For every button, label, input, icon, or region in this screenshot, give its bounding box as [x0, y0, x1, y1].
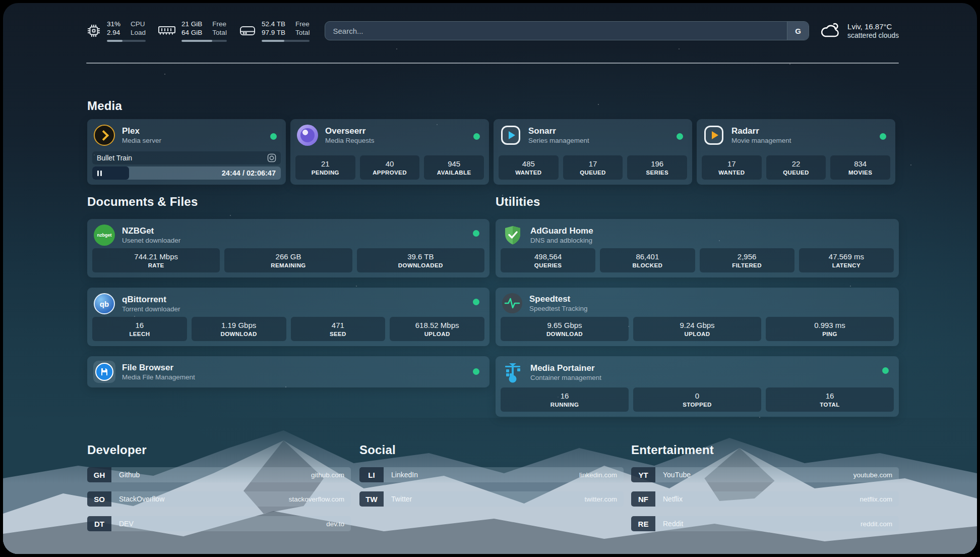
stat-queued: 17QUEUED: [563, 155, 623, 180]
service-name: File Browser: [122, 362, 195, 373]
stat-latency: 47.569 msLATENCY: [799, 248, 894, 272]
now-playing-title: Bullet Train: [97, 154, 132, 162]
bookmark-name: LinkedIn: [384, 467, 579, 482]
service-name: Plex: [122, 126, 161, 136]
section-title-media: Media: [87, 99, 122, 113]
status-dot: [882, 367, 889, 374]
stat-downloaded: 39.6 TBDOWNLOADED: [357, 248, 484, 272]
bookmark-url: github.com: [311, 467, 351, 482]
bookmark-twitter[interactable]: TW Twitter twitter.com: [359, 491, 624, 507]
bookmark-url: stackoverflow.com: [289, 491, 351, 507]
stat-approved: 40APPROVED: [360, 155, 420, 180]
section-title-documents: Documents & Files: [87, 195, 198, 209]
speedtest-card[interactable]: Speedtest Speedtest Tracking 9.65 GbpsDO…: [496, 288, 899, 346]
cpu-load-value: 2.94: [107, 29, 120, 37]
bookmark-name: Github: [111, 467, 311, 482]
service-description: Movie management: [731, 136, 791, 145]
search-input[interactable]: [325, 22, 787, 40]
nzbget-card[interactable]: nzbget NZBGet Usenet downloader 744.21 M…: [87, 219, 489, 277]
weather-location-temp: Lviv, 16.87°C: [847, 22, 899, 31]
snow-speckles: [3, 3, 4, 4]
radarr-card[interactable]: Radarr Movie management 17WANTED 22QUEUE…: [697, 119, 895, 185]
bookmark-youtube[interactable]: YT YouTube youtube.com: [631, 467, 899, 482]
stat-leech: 16LEECH: [92, 317, 187, 341]
bookmark-github[interactable]: GH Github github.com: [87, 467, 351, 482]
bookmark-abbr: LI: [359, 467, 384, 482]
disk-progressbar: [262, 40, 310, 42]
plex-card[interactable]: Plex Media server Bullet Train 24:44 / 0…: [87, 119, 286, 185]
adguard-card[interactable]: AdGuard Home DNS and adblocking 498,564Q…: [496, 219, 899, 277]
stat-wanted: 17WANTED: [702, 155, 762, 180]
bookmark-url: youtube.com: [853, 467, 899, 482]
section-title-developer: Developer: [87, 443, 147, 457]
bookmark-url: twitter.com: [584, 491, 624, 507]
stat-wanted: 485WANTED: [499, 155, 559, 180]
sonarr-icon: [501, 126, 520, 145]
adguard-icon: [502, 224, 524, 246]
status-dot: [473, 133, 480, 140]
status-dot: [473, 230, 479, 237]
disk-total-label: Total: [295, 29, 310, 37]
bookmark-stackoverflow[interactable]: SO StackOverflow stackoverflow.com: [87, 491, 351, 507]
playback-time: 24:44 / 02:06:47: [222, 166, 276, 180]
status-dot: [473, 299, 479, 305]
bookmark-name: YouTube: [655, 467, 853, 482]
stat-stopped: 0STOPPED: [633, 387, 761, 412]
qbittorrent-icon: qb: [94, 293, 115, 314]
bookmark-name: Twitter: [384, 491, 584, 507]
section-title-utilities: Utilities: [496, 195, 540, 209]
now-playing-row: Bullet Train: [92, 151, 281, 164]
status-dot: [270, 133, 277, 140]
stat-upload: 618.52 MbpsUPLOAD: [390, 317, 484, 341]
cpu-usage-value: 31%: [107, 20, 120, 28]
search-provider-button[interactable]: G: [787, 22, 809, 40]
bookmark-abbr: YT: [631, 467, 655, 482]
overseerr-card[interactable]: Overseerr Media Requests 21PENDING 40APP…: [290, 119, 489, 185]
overseerr-icon: [297, 125, 318, 146]
playback-progressbar: 24:44 / 02:06:47: [92, 166, 281, 180]
status-dot: [677, 133, 683, 140]
stat-movies: 834MOVIES: [830, 155, 890, 180]
bookmark-linkedin[interactable]: LI LinkedIn linkedin.com: [359, 467, 624, 482]
sonarr-card[interactable]: Sonarr Series management 485WANTED 17QUE…: [494, 119, 692, 185]
qbittorrent-card[interactable]: qb qBittorrent Torrent downloader 16LEEC…: [87, 288, 489, 346]
service-name: Media Portainer: [530, 363, 601, 373]
cpu-label: CPU: [131, 20, 146, 28]
playback-progress-fill: [92, 166, 129, 180]
bookmark-name: DEV: [111, 516, 326, 531]
cpu-icon: [86, 23, 101, 38]
pause-button[interactable]: [97, 171, 102, 176]
stat-available: 945AVAILABLE: [424, 155, 484, 180]
service-name: NZBGet: [122, 226, 180, 236]
stat-remaining: 266 GBREMAINING: [224, 248, 352, 272]
portainer-card[interactable]: Media Portainer Container management 16R…: [496, 356, 899, 417]
memory-total-value: 64 GiB: [181, 29, 202, 37]
bookmark-dev[interactable]: DT DEV dev.to: [87, 516, 351, 531]
service-description: Speedtest Tracking: [529, 304, 588, 313]
service-description: Series management: [528, 136, 589, 145]
weather-widget: Lviv, 16.87°C scattered clouds: [819, 22, 899, 40]
stat-rate: 744.21 MbpsRATE: [92, 248, 220, 272]
speedtest-icon: [502, 293, 523, 314]
bookmark-netflix[interactable]: NF Netflix netflix.com: [631, 491, 899, 507]
disc-icon[interactable]: [267, 153, 276, 162]
bookmark-name: StackOverflow: [111, 491, 289, 507]
header-bar: 31% 2.94 CPU Load 21 GiB 64 GiB: [86, 18, 899, 43]
filebrowser-card[interactable]: File Browser Media File Management: [87, 356, 489, 387]
cpu-progressbar: [107, 40, 146, 42]
bookmark-reddit[interactable]: RE Reddit reddit.com: [631, 516, 899, 531]
disk-widget: 52.4 TB 97.9 TB Free Total: [239, 20, 310, 42]
plex-icon: [94, 125, 115, 146]
status-dot: [473, 368, 479, 375]
disk-free-value: 52.4 TB: [262, 20, 285, 28]
bookmark-abbr: TW: [359, 491, 384, 507]
bookmark-abbr: GH: [87, 467, 111, 482]
stat-download: 1.19 GbpsDOWNLOAD: [192, 317, 286, 341]
stat-queued: 22QUEUED: [766, 155, 826, 180]
service-description: Media server: [122, 136, 161, 145]
stat-download: 9.65 GbpsDOWNLOAD: [501, 317, 629, 341]
service-description: DNS and adblocking: [530, 236, 593, 245]
portainer-icon: [502, 361, 524, 383]
service-description: Media File Management: [122, 373, 195, 381]
section-title-social: Social: [359, 443, 396, 457]
